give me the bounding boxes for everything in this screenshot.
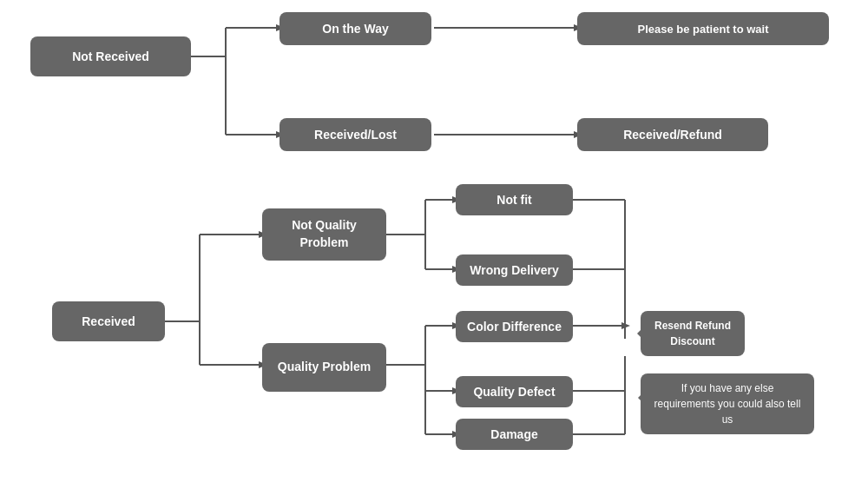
diagram: Not Received On the Way Please be patien… (0, 0, 868, 489)
color-difference-node: Color Difference (456, 311, 573, 342)
svg-marker-39 (621, 322, 630, 329)
received-node: Received (52, 301, 165, 341)
quality-node: Quality Problem (262, 343, 386, 392)
resend-refund-node: Resend Refund Discount (641, 311, 745, 356)
wrong-delivery-node: Wrong Delivery (456, 254, 573, 286)
on-the-way-node: On the Way (279, 12, 431, 45)
damage-node: Damage (456, 419, 573, 450)
not-fit-node: Not fit (456, 184, 573, 215)
quality-defect-node: Quality Defect (456, 376, 573, 407)
else-requirements-node: If you have any else requirements you co… (641, 373, 814, 434)
received-refund-node: Received/Refund (577, 118, 768, 151)
not-quality-node: Not Quality Problem (262, 208, 386, 261)
received-lost-node: Received/Lost (279, 118, 431, 151)
not-received-node: Not Received (30, 36, 191, 76)
please-wait-node: Please be patient to wait (577, 12, 829, 45)
